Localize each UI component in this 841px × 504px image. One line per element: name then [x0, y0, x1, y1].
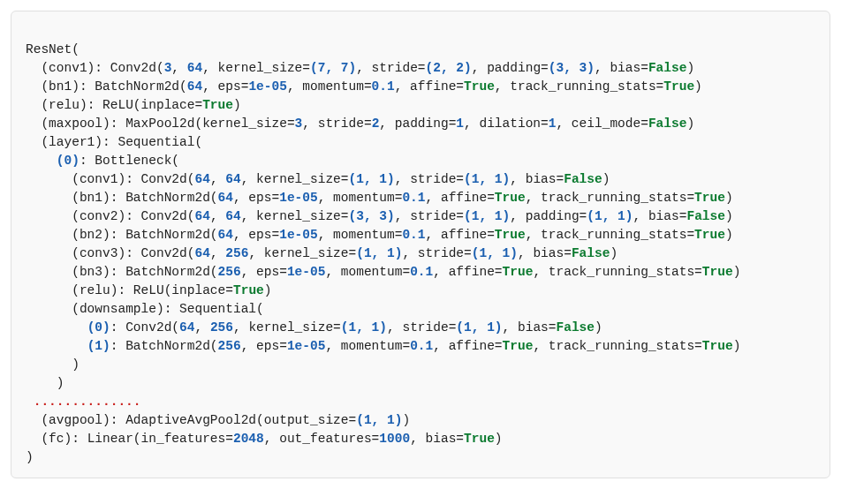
bottleneck0-close: )	[26, 376, 64, 390]
b0-bn1: (bn1): BatchNorm2d(64, eps=1e-05, moment…	[26, 191, 733, 205]
downsample-open: (downsample): Sequential(	[26, 302, 264, 316]
layer-relu: (relu): ReLU(inplace=True)	[26, 98, 241, 112]
b0-conv2: (conv2): Conv2d(64, 64, kernel_size=(3, …	[26, 209, 733, 223]
b0-bn2: (bn2): BatchNorm2d(64, eps=1e-05, moment…	[26, 228, 733, 242]
layer-conv1: (conv1): Conv2d(3, 64, kernel_size=(7, 7…	[26, 61, 694, 75]
b0-conv3: (conv3): Conv2d(64, 256, kernel_size=(1,…	[26, 246, 617, 260]
layer1-open: (layer1): Sequential(	[26, 135, 202, 149]
layer-avgpool: (avgpool): AdaptiveAvgPool2d(output_size…	[26, 413, 410, 427]
b0-relu: (relu): ReLU(inplace=True)	[26, 283, 272, 297]
downsample-close: )	[26, 357, 80, 372]
b0-conv1: (conv1): Conv2d(64, 64, kernel_size=(1, …	[26, 172, 610, 186]
code-block: ResNet( (conv1): Conv2d(3, 64, kernel_si…	[11, 11, 830, 478]
ellipsis: ..............	[26, 395, 141, 409]
ds-0: (0): Conv2d(64, 256, kernel_size=(1, 1),…	[26, 320, 602, 335]
layer-fc: (fc): Linear(in_features=2048, out_featu…	[26, 432, 503, 446]
b0-bn3: (bn3): BatchNorm2d(256, eps=1e-05, momen…	[26, 265, 740, 279]
layer-maxpool: (maxpool): MaxPool2d(kernel_size=3, stri…	[26, 117, 694, 131]
layer-bn1: (bn1): BatchNorm2d(64, eps=1e-05, moment…	[26, 79, 702, 94]
bottleneck0-open: (0): Bottleneck(	[26, 154, 179, 168]
class-close: )	[26, 450, 34, 464]
class-open: ResNet(	[26, 42, 80, 56]
ds-1: (1): BatchNorm2d(256, eps=1e-05, momentu…	[26, 339, 740, 353]
